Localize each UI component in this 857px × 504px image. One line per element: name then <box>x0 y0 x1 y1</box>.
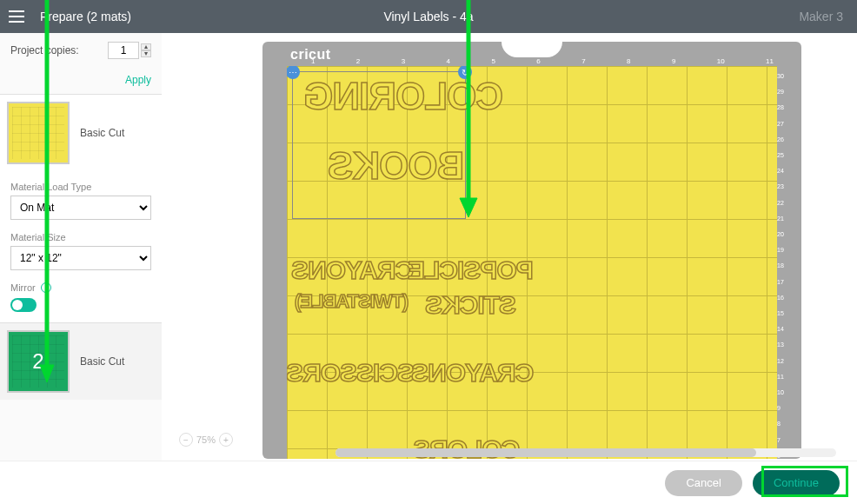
top-bar: Prepare (2 mats) Vinyl Labels - 4a Maker… <box>0 0 857 33</box>
mat-tab-icon <box>502 42 562 57</box>
bottom-bar: Cancel Continue <box>0 461 857 504</box>
mirror-toggle[interactable] <box>10 298 37 312</box>
mat-tile-1[interactable]: Basic Cut <box>0 94 162 171</box>
cut-text[interactable]: SCISSORS <box>287 358 415 388</box>
menu-icon[interactable] <box>0 0 33 33</box>
cut-text[interactable]: POPSICLE <box>409 255 534 285</box>
cut-text[interactable]: STICKS <box>426 290 516 320</box>
zoom-out-button[interactable]: − <box>179 433 193 447</box>
canvas-area: − 75% + cricut 1234567891011 12345678910… <box>162 33 857 461</box>
sidebar: Project copies: ▴ ▾ Apply Basic Cut Mate… <box>0 33 162 461</box>
zoom-level: 75% <box>196 434 216 445</box>
cancel-button[interactable]: Cancel <box>665 470 741 496</box>
copies-stepper[interactable]: ▴ ▾ <box>141 43 151 57</box>
handle-move-icon[interactable]: ⋯ <box>287 66 300 79</box>
cut-text[interactable]: CRAYONS <box>292 255 414 285</box>
cut-text[interactable]: CRAYONS <box>412 358 534 388</box>
ruler-vertical-right: 3029282726252423222120191817161514131211… <box>777 73 787 459</box>
mat-tile-2[interactable]: 2 Basic Cut <box>0 322 162 400</box>
mirror-label: Mirror <box>10 282 36 293</box>
continue-button[interactable]: Continue <box>753 470 840 496</box>
zoom-control: − 75% + <box>179 433 233 447</box>
mat-size-select[interactable]: 12" x 12" <box>10 246 151 270</box>
load-type-select[interactable]: On Mat <box>10 196 151 220</box>
stepper-down-icon[interactable]: ▾ <box>141 50 151 57</box>
horizontal-scrollbar[interactable] <box>335 448 836 457</box>
cut-text[interactable]: BOOKS <box>329 144 464 188</box>
ruler-horizontal: 1234567891011 <box>311 57 774 66</box>
svg-marker-1 <box>40 365 54 382</box>
copies-label: Project copies: <box>10 44 108 56</box>
zoom-in-button[interactable]: + <box>219 433 233 447</box>
mat-surface[interactable]: ⋯ ↻ COLORING BOOKS CRAYONS (TWISTABLE) P… <box>287 66 777 459</box>
apply-button[interactable]: Apply <box>125 74 151 86</box>
mat-label-1: Basic Cut <box>80 127 124 139</box>
copies-input[interactable] <box>108 42 139 59</box>
mat-size-label: Material Size <box>10 232 151 242</box>
load-type-label: Material Load Type <box>10 182 151 192</box>
cut-text[interactable]: (TWISTABLE) <box>296 290 409 313</box>
mat-label-2: Basic Cut <box>80 355 124 368</box>
svg-marker-3 <box>460 198 477 217</box>
mat-preview: cricut 1234567891011 12345678910 3029282… <box>262 42 801 459</box>
device-label: Maker 3 <box>799 10 843 23</box>
